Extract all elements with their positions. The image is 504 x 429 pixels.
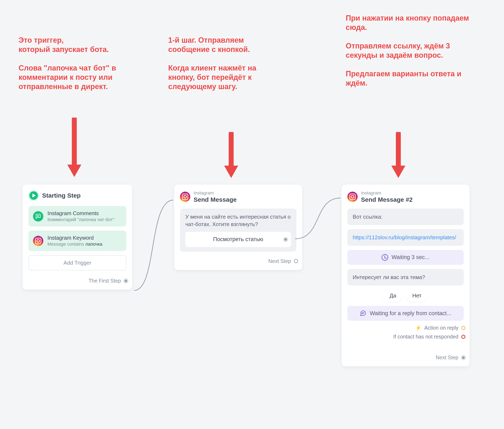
next-step-label: Next Step [268,258,291,264]
annotation-step2: При нажатии на кнопку попадаем сюда. Отп… [346,13,474,88]
card3-pretitle: Instagram [361,190,464,196]
message-question-block[interactable]: Интересует ли вас эта тема? [347,269,464,285]
trigger-instagram-keyword[interactable]: Instagram Keyword Message contains лапоч… [28,231,126,251]
connector-1-to-2 [132,192,180,295]
card2-header: Instagram Send Message [180,190,296,203]
card-send-message-2[interactable]: Instagram Send Message #2 Вот ссылка: ht… [342,184,469,366]
trigger2-title: Instagram Keyword [47,235,102,241]
message-link[interactable]: https://112slov.ru/blog/instagram/templa… [353,234,456,240]
card1-header: Starting Step [28,190,126,201]
instagram-icon [33,236,43,246]
action-on-reply-label: Action on reply [424,325,458,331]
message-text-block[interactable]: У меня на сайте есть интересная статья о… [180,209,296,252]
arrow-down-icon [392,132,405,178]
next-step-label: Next Step [436,355,458,360]
card3-footer[interactable]: Next Step [347,352,465,360]
quick-reply-yes[interactable]: Да [383,289,403,302]
action-on-reply-row[interactable]: ⚡ Action on reply [347,325,465,331]
wait-reply-label: Waiting for a reply from contact... [370,310,451,317]
instagram-icon [180,192,190,202]
annotation-trigger: Это триггер, который запускает бота. Сло… [18,35,146,91]
card3-header: Instagram Send Message #2 [347,190,464,203]
arrow-down-icon [225,132,237,178]
action-no-response-row[interactable]: If contact has not responded [347,334,465,340]
button-output-port[interactable] [284,237,288,242]
card2-footer[interactable]: Next Step [180,256,298,264]
quick-reply-no[interactable]: Нет [406,289,428,302]
output-port[interactable] [461,326,465,330]
chat-bubble-icon [360,310,366,317]
card1-title: Starting Step [42,192,126,199]
output-port[interactable] [294,259,298,263]
quick-reply-row: Да Нет [347,289,464,302]
clock-icon [382,254,388,261]
card-starting-step[interactable]: Starting Step Instagram Comments Коммент… [23,184,132,289]
trigger2-subtitle: Message contains лапочка [47,242,102,247]
message-button[interactable]: Посмотреть статью [185,232,291,247]
output-port[interactable] [461,335,465,339]
action-no-response-label: If contact has not responded [393,334,459,340]
add-trigger-button[interactable]: Add Trigger [28,255,126,270]
annotation-step1: 1-й шаг. Отправляем сообщение с кнопкой.… [168,35,280,91]
card1-footer[interactable]: The First Step [28,275,128,284]
wait-label: Waiting 3 sec... [392,254,430,261]
message-link-block[interactable]: https://112slov.ru/blog/instagram/templa… [347,229,464,246]
card2-pretitle: Instagram [194,190,296,196]
message-question: Интересует ли вас эта тема? [353,274,425,280]
bolt-icon: ⚡ [415,325,422,330]
card-send-message-1[interactable]: Instagram Send Message У меня на сайте е… [174,184,302,270]
wait-timer-block[interactable]: Waiting 3 sec... [347,250,464,265]
message-text: Вот ссылка: [353,214,382,220]
output-port[interactable] [124,279,128,283]
play-icon [28,190,39,201]
card3-title: Send Message #2 [361,196,464,203]
message-text-block[interactable]: Вот ссылка: [347,209,464,225]
message-text: У меня на сайте есть интересная статья о… [185,214,291,227]
wait-reply-block[interactable]: Waiting for a reply from contact... [347,306,464,321]
trigger-instagram-comments[interactable]: Instagram Comments Комментарий "лапочка … [28,206,126,227]
comment-icon [33,211,43,221]
message-button-label: Посмотреть статью [213,236,263,242]
card2-title: Send Message [194,196,296,203]
first-step-label: The First Step [89,278,121,284]
instagram-icon [347,192,358,202]
arrow-down-icon [68,118,81,177]
output-port[interactable] [461,356,465,360]
trigger1-title: Instagram Comments [47,210,114,217]
trigger1-subtitle: Комментарий "лапочка чат-бот" [47,217,114,222]
